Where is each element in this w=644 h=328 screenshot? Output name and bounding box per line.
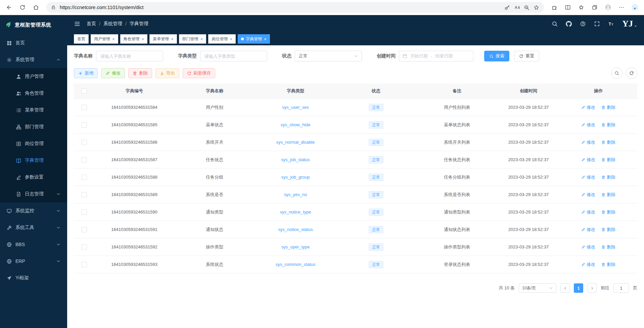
dict-type-link[interactable]: sys_job_group: [281, 175, 310, 180]
row-checkbox[interactable]: [82, 175, 87, 180]
dict-type-link[interactable]: sys_job_status: [281, 157, 310, 162]
font-size-icon[interactable]: TT: [608, 21, 614, 27]
reset-button[interactable]: 重置: [514, 51, 539, 61]
date-range-picker[interactable]: 开始日期 - 结束日期: [399, 51, 473, 61]
row-delete-button[interactable]: 删除: [601, 227, 615, 233]
dict-type-link[interactable]: sys_normal_disable: [276, 140, 315, 145]
prev-page-button[interactable]: [560, 283, 570, 293]
tab-1[interactable]: 用户管理×: [91, 34, 118, 44]
search-button[interactable]: 搜索: [484, 51, 509, 61]
breadcrumb-item[interactable]: 系统管理: [103, 21, 122, 27]
reload-button[interactable]: [16, 2, 29, 13]
back-button[interactable]: [3, 2, 15, 13]
row-delete-button[interactable]: 删除: [601, 192, 615, 198]
row-checkbox[interactable]: [82, 140, 87, 145]
dict-type-link[interactable]: sys_user_sex: [282, 105, 309, 110]
sidebar-item-1[interactable]: 系统管理: [0, 51, 67, 68]
row-edit-button[interactable]: 修改: [581, 139, 595, 145]
close-icon[interactable]: ×: [171, 37, 174, 41]
toggle-search-button[interactable]: [611, 67, 623, 79]
dict-type-link[interactable]: sys_show_hide: [281, 122, 311, 127]
dict-type-link[interactable]: sys_common_status: [276, 262, 316, 267]
sidebar-item-13[interactable]: ERP: [0, 253, 67, 270]
bing-button[interactable]: [629, 2, 641, 13]
dict-type-link[interactable]: sys_oper_type: [281, 244, 310, 249]
sidebar-item-9[interactable]: 日志管理: [0, 186, 67, 202]
user-logo[interactable]: YJ: [622, 19, 637, 28]
row-delete-button[interactable]: 删除: [601, 244, 615, 250]
row-delete-button[interactable]: 删除: [601, 104, 615, 110]
sidebar-item-7[interactable]: 字典管理: [0, 152, 67, 169]
sidebar-item-4[interactable]: 菜单管理: [0, 102, 67, 119]
url-text[interactable]: https://ccnetcore.com:1101/system/dict: [60, 5, 500, 10]
add-button[interactable]: 新增: [74, 68, 98, 78]
tab-2[interactable]: 角色管理×: [120, 34, 148, 44]
read-aloud-icon[interactable]: A: [514, 5, 520, 10]
row-edit-button[interactable]: 修改: [581, 157, 595, 163]
page-size-select[interactable]: 10条/页: [519, 283, 556, 293]
row-checkbox[interactable]: [82, 157, 87, 162]
tab-0[interactable]: 首页: [74, 34, 89, 44]
close-icon[interactable]: ×: [230, 37, 232, 41]
row-delete-button[interactable]: 删除: [601, 174, 615, 180]
row-delete-button[interactable]: 删除: [601, 122, 615, 128]
close-icon[interactable]: ×: [112, 37, 115, 41]
add-favorite-icon[interactable]: [534, 5, 539, 10]
page-1-button[interactable]: 1: [574, 283, 583, 293]
tab-3[interactable]: 菜单管理×: [149, 34, 177, 44]
row-checkbox[interactable]: [82, 262, 87, 267]
breadcrumb-item[interactable]: 首页: [87, 21, 96, 27]
home-button[interactable]: [30, 2, 42, 13]
close-icon[interactable]: ×: [264, 37, 267, 41]
row-delete-button[interactable]: 删除: [601, 262, 615, 268]
row-edit-button[interactable]: 修改: [581, 104, 595, 110]
sidebar-item-11[interactable]: 系统工具: [0, 219, 67, 236]
tab-4[interactable]: 部门管理×: [179, 34, 206, 44]
row-checkbox[interactable]: [82, 105, 87, 110]
row-checkbox[interactable]: [82, 192, 87, 197]
profile-button[interactable]: [602, 2, 614, 13]
next-page-button[interactable]: [587, 283, 597, 293]
sidebar-item-12[interactable]: BBS: [0, 236, 67, 253]
status-select[interactable]: 正常: [295, 51, 362, 61]
close-icon[interactable]: ×: [200, 37, 203, 41]
row-checkbox[interactable]: [82, 122, 87, 128]
dict-type-input[interactable]: [200, 51, 267, 61]
tab-6[interactable]: 字典管理×: [238, 34, 270, 44]
sidebar-item-8[interactable]: 参数设置: [0, 169, 67, 186]
row-edit-button[interactable]: 修改: [581, 209, 595, 215]
github-icon[interactable]: [566, 21, 572, 27]
select-all-checkbox[interactable]: [82, 88, 87, 94]
row-edit-button[interactable]: 修改: [581, 262, 595, 268]
edit-button[interactable]: 修改: [101, 68, 125, 78]
row-checkbox[interactable]: [82, 244, 87, 250]
sidebar-item-6[interactable]: 岗位管理: [0, 135, 67, 152]
row-delete-button[interactable]: 删除: [601, 157, 615, 163]
password-key-icon[interactable]: [504, 5, 510, 10]
address-bar[interactable]: https://ccnetcore.com:1101/system/dict A: [46, 2, 544, 13]
collapse-sidebar-icon[interactable]: [74, 20, 81, 27]
help-icon[interactable]: [580, 21, 586, 27]
fullscreen-icon[interactable]: [594, 21, 600, 27]
sidebar-item-10[interactable]: 系统监控: [0, 202, 67, 219]
extensions-button[interactable]: [548, 2, 561, 13]
refresh-table-button[interactable]: [626, 67, 637, 79]
goto-page-input[interactable]: [613, 283, 629, 293]
row-edit-button[interactable]: 修改: [581, 227, 595, 233]
row-edit-button[interactable]: 修改: [581, 174, 595, 180]
sidebar-item-5[interactable]: 部门管理: [0, 119, 67, 135]
row-delete-button[interactable]: 删除: [601, 209, 615, 215]
close-icon[interactable]: ×: [142, 37, 144, 41]
refresh-cache-button[interactable]: 刷新缓存: [183, 68, 215, 78]
row-delete-button[interactable]: 删除: [601, 139, 615, 145]
dict-type-link[interactable]: sys_notice_type: [280, 209, 311, 215]
zoom-icon[interactable]: [524, 5, 530, 10]
row-checkbox[interactable]: [82, 227, 87, 232]
collections-button[interactable]: [588, 2, 601, 13]
favorites-button[interactable]: [575, 2, 588, 13]
row-edit-button[interactable]: 修改: [581, 244, 595, 250]
sidebar-item-2[interactable]: 用户管理: [0, 68, 67, 85]
dict-type-link[interactable]: sys_yes_no: [284, 192, 307, 197]
search-icon[interactable]: [552, 21, 558, 27]
row-checkbox[interactable]: [82, 209, 87, 215]
